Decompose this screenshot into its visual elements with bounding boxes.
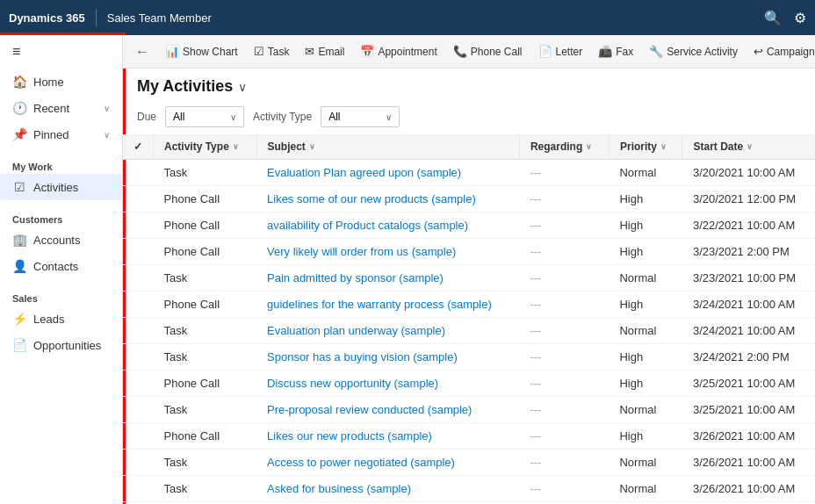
email-label: Email	[318, 46, 344, 58]
sidebar-item-contacts[interactable]: 👤 Contacts	[0, 253, 122, 279]
th-regarding[interactable]: Regarding∨	[519, 134, 609, 160]
table-row: Phone Call guidelines for the warranty p…	[123, 292, 815, 318]
back-button[interactable]: ←	[128, 40, 156, 63]
row-priority-6: Normal	[609, 318, 682, 344]
letter-button[interactable]: 📄 Letter	[531, 41, 590, 61]
row-startdate-7: 3/24/2021 2:00 PM	[682, 344, 815, 371]
task-button[interactable]: ☑ Task	[247, 41, 297, 61]
row-check-9[interactable]	[123, 397, 154, 423]
row-check-4[interactable]	[123, 265, 154, 292]
row-type-12: Task	[154, 476, 257, 502]
show-chart-button[interactable]: 📊 Show Chart	[158, 41, 245, 61]
row-check-8[interactable]	[123, 371, 154, 397]
top-bar: Dynamics 365 Sales Team Member 🔍 ⚙	[0, 0, 815, 35]
table-row: Task Evaluation Plan agreed upon (sample…	[123, 160, 815, 186]
row-subject-9[interactable]: Pre-proposal review conducted (sample)	[256, 397, 519, 423]
row-type-7: Task	[154, 344, 257, 371]
page-title-chevron[interactable]: ∨	[238, 80, 247, 94]
row-startdate-11: 3/26/2021 10:00 AM	[682, 450, 815, 476]
activities-table: ✓ Activity Type∨ Subject∨ Regarding∨ Pri	[123, 134, 815, 504]
sidebar-item-accounts[interactable]: 🏢 Accounts	[0, 227, 122, 253]
command-bar: ← 📊 Show Chart ☑ Task ✉ Email 📅 Appointm…	[123, 35, 815, 68]
row-subject-8[interactable]: Discuss new opportunity (sample)	[256, 371, 519, 397]
sidebar-nav-section: 🏠 Home 🕐 Recent ∨ 📌 Pinned ∨	[0, 65, 122, 151]
campaign-response-button[interactable]: ↩ Campaign Response	[746, 41, 815, 61]
page-title: My Activities	[137, 77, 233, 96]
row-check-11[interactable]	[123, 450, 154, 476]
due-filter-select[interactable]: All ∨	[165, 106, 244, 127]
search-icon[interactable]: 🔍	[764, 10, 782, 26]
row-subject-0[interactable]: Evaluation Plan agreed upon (sample)	[256, 160, 519, 186]
row-check-0[interactable]	[123, 160, 154, 186]
sidebar-item-pinned[interactable]: 📌 Pinned ∨	[0, 121, 122, 148]
row-subject-7[interactable]: Sponsor has a buying vision (sample)	[256, 344, 519, 371]
row-priority-11: Normal	[609, 450, 682, 476]
th-priority[interactable]: Priority∨	[609, 134, 682, 160]
row-subject-2[interactable]: availability of Product catalogs (sample…	[256, 212, 519, 239]
th-activity-type[interactable]: Activity Type∨	[154, 134, 257, 160]
row-check-12[interactable]	[123, 476, 154, 502]
sidebar-item-home[interactable]: 🏠 Home	[0, 68, 122, 95]
appointment-button[interactable]: 📅 Appointment	[353, 41, 444, 61]
campaign-icon: ↩	[754, 45, 763, 58]
sidebar-item-activities[interactable]: ☑ Activities	[0, 174, 122, 200]
row-regarding-3: ---	[519, 239, 609, 265]
row-subject-5[interactable]: guidelines for the warranty process (sam…	[256, 292, 519, 318]
fax-button[interactable]: 📠 Fax	[591, 41, 640, 61]
row-subject-11[interactable]: Access to power negotiated (sample)	[256, 450, 519, 476]
row-priority-12: Normal	[609, 476, 682, 502]
service-activity-button[interactable]: 🔧 Service Activity	[642, 41, 745, 61]
row-subject-10[interactable]: Likes our new products (sample)	[256, 423, 519, 450]
row-type-11: Task	[154, 450, 257, 476]
row-subject-3[interactable]: Very likely will order from us (sample)	[256, 239, 519, 265]
row-subject-6[interactable]: Evaluation plan underway (sample)	[256, 318, 519, 344]
row-subject-1[interactable]: Likes some of our new products (sample)	[256, 186, 519, 212]
row-regarding-11: ---	[519, 450, 609, 476]
sidebar-item-recent[interactable]: 🕐 Recent ∨	[0, 95, 122, 121]
row-regarding-2: ---	[519, 212, 609, 239]
row-priority-4: Normal	[609, 265, 682, 292]
leads-icon: ⚡	[12, 312, 26, 326]
activity-type-filter-select[interactable]: All ∨	[321, 106, 400, 127]
row-check-5[interactable]	[123, 292, 154, 318]
accounts-icon: 🏢	[12, 233, 26, 247]
row-check-2[interactable]	[123, 212, 154, 239]
row-startdate-12: 3/26/2021 10:00 AM	[682, 476, 815, 502]
sidebar-item-leads[interactable]: ⚡ Leads	[0, 306, 122, 332]
row-check-1[interactable]	[123, 186, 154, 212]
top-bar-icons: 🔍 ⚙	[764, 10, 806, 26]
row-subject-12[interactable]: Asked for business (sample)	[256, 476, 519, 502]
table-row: Phone Call Very likely will order from u…	[123, 239, 815, 265]
table-row: Task Pain admitted by sponsor (sample) -…	[123, 265, 815, 292]
row-type-4: Task	[154, 265, 257, 292]
row-priority-5: High	[609, 292, 682, 318]
pinned-chevron: ∨	[104, 130, 110, 140]
row-startdate-9: 3/25/2021 10:00 AM	[682, 397, 815, 423]
main-layout: ≡ 🏠 Home 🕐 Recent ∨ 📌 Pinned ∨ My Work ☑…	[0, 35, 815, 504]
row-type-9: Task	[154, 397, 257, 423]
filter-row: Due All ∨ Activity Type All ∨	[123, 101, 815, 134]
row-check-3[interactable]	[123, 239, 154, 265]
sidebar-sales-section: Sales ⚡ Leads 📄 Opportunities	[0, 283, 122, 362]
settings-icon[interactable]: ⚙	[794, 10, 806, 26]
hamburger-button[interactable]: ≡	[0, 35, 122, 65]
row-check-7[interactable]	[123, 344, 154, 371]
due-filter-arrow: ∨	[230, 112, 236, 122]
row-subject-4[interactable]: Pain admitted by sponsor (sample)	[256, 265, 519, 292]
th-check[interactable]: ✓	[123, 134, 154, 160]
row-priority-3: High	[609, 239, 682, 265]
top-bar-divider	[96, 9, 97, 26]
th-start-date[interactable]: Start Date∨	[682, 134, 815, 160]
phone-call-button[interactable]: 📞 Phone Call	[446, 41, 530, 61]
email-button[interactable]: ✉ Email	[298, 41, 351, 61]
activity-type-label: Activity Type	[253, 111, 312, 123]
th-subject[interactable]: Subject∨	[256, 134, 519, 160]
table-row: Phone Call Likes some of our new product…	[123, 186, 815, 212]
row-startdate-0: 3/20/2021 10:00 AM	[682, 160, 815, 186]
sidebar-item-opportunities[interactable]: 📄 Opportunities	[0, 332, 122, 358]
row-check-6[interactable]	[123, 318, 154, 344]
service-activity-label: Service Activity	[667, 46, 738, 58]
row-check-10[interactable]	[123, 423, 154, 450]
row-priority-0: Normal	[609, 160, 682, 186]
row-type-6: Task	[154, 318, 257, 344]
